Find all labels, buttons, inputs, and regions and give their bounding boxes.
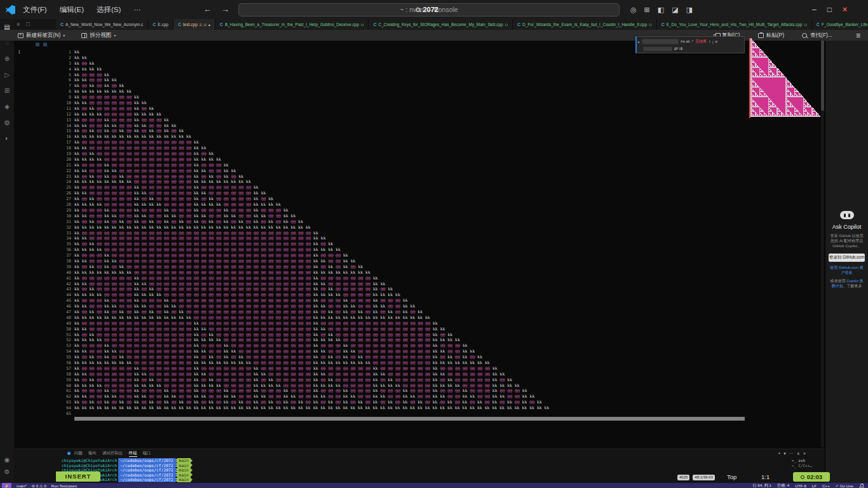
- remote-indicator[interactable]: ⚡: [2, 483, 11, 488]
- buffer-line: 61kk @@ @@ @@ kk @@ @@ @@ kk @@ @@ @@ kk…: [56, 388, 821, 394]
- menu-item-0[interactable]: 文件(F): [23, 5, 47, 15]
- terminal-list-item-0[interactable]: >_zsh: [792, 458, 812, 463]
- menu-item-2[interactable]: 选择(S): [97, 5, 121, 15]
- toggle-replace-icon[interactable]: ▸: [638, 39, 640, 44]
- new-tab-icon: [18, 33, 24, 38]
- more-actions-icon[interactable]: ···: [789, 451, 794, 456]
- find-toggle-Aa[interactable]: Aa: [681, 39, 685, 43]
- nvim-buffer[interactable]: 1kk2kk kk3kk @@ kk4kk kk kk kk5kk @@ @@ …: [56, 50, 821, 418]
- editor-tab-5[interactable]: CD_For_Wizards_the_Exam_Is_Easy_but_I_Co…: [513, 19, 657, 30]
- layout-panel-icon[interactable]: ◪: [672, 6, 678, 14]
- minimap[interactable]: [750, 38, 822, 118]
- editor-file-icon[interactable]: □: [26, 21, 29, 27]
- chevron-down-icon: ▾: [114, 33, 116, 37]
- panel-tab-3[interactable]: 终端: [129, 451, 137, 457]
- close-find-icon[interactable]: ×: [715, 39, 717, 44]
- find-widget: ▸ Aa ab .* 无结果 ↑ ↓ × ⇄ ⇉: [635, 36, 745, 53]
- remote-explorer-icon[interactable]: ◍: [4, 119, 10, 126]
- search-icon[interactable]: ◌: [5, 40, 9, 46]
- terminal-dropdown-icon[interactable]: ▾: [783, 451, 786, 456]
- apps-grid-icon[interactable]: ⊞: [644, 6, 650, 14]
- terminal-list-item-1[interactable]: >_C/C++…: [792, 463, 812, 469]
- replace-icon[interactable]: ⇄: [674, 46, 678, 51]
- buffer-line: 4kk kk kk kk: [56, 67, 821, 72]
- statusbar-left-2[interactable]: Run Testcases: [51, 484, 77, 488]
- notifications-bell-icon[interactable]: [859, 484, 864, 488]
- github-signin-button[interactable]: 登录到 GitHub.com: [829, 254, 865, 262]
- panel-tab-1[interactable]: 输出: [88, 451, 97, 457]
- find-toggle-ab[interactable]: ab: [686, 39, 689, 43]
- maximize-panel-icon[interactable]: ∧: [797, 451, 800, 456]
- editor-tab-3[interactable]: CB_Having_Been_a_Treasurer_in_the_Past_I…: [215, 19, 369, 30]
- minimize-button[interactable]: –: [812, 5, 817, 14]
- copilot-chat-icon[interactable]: ◐: [5, 135, 9, 142]
- terminal-output[interactable]: chiyoyuki@ChiyoYukiArch~/codebox/oops/cf…: [62, 458, 193, 482]
- forward-icon[interactable]: →: [221, 4, 229, 14]
- statusbar-right-0[interactable]: 行 64, 列 1: [752, 483, 771, 488]
- replace-all-icon[interactable]: ⇉: [679, 46, 683, 51]
- split-view-button[interactable]: 拆分视图 ▾: [81, 32, 116, 39]
- chevron-down-icon: ▾: [63, 33, 65, 37]
- editor-tab-1[interactable]: CE.cpp: [148, 19, 173, 30]
- find-input[interactable]: [642, 39, 679, 44]
- menu-item-3[interactable]: ···: [133, 6, 141, 13]
- statusbar-right-2[interactable]: UTF-8: [795, 484, 806, 488]
- statusbar-right-3[interactable]: LF: [812, 484, 817, 488]
- hamburger-menu-icon[interactable]: ≡: [856, 31, 860, 40]
- buffer-line: 2kk kk: [56, 55, 821, 61]
- next-match-icon[interactable]: ↓: [712, 39, 714, 44]
- buffer-line: 12kk kk kk kk @@ @@ @@ @@ kk kk kk kk: [56, 112, 821, 118]
- editor-list-icon[interactable]: ≡: [17, 21, 20, 27]
- editor-tab-4[interactable]: CC_Creating_Keys_for_StORages_Has_Become…: [369, 19, 513, 30]
- source-control-icon[interactable]: ⊕: [4, 56, 10, 62]
- editor-tab-0[interactable]: CA_New_World_Now_We_New_Acronym.c: [56, 19, 148, 30]
- search-icon: [416, 8, 420, 12]
- statusbar-right-1[interactable]: 空格: 4: [777, 483, 789, 488]
- buffer-line: 58kk kk @@ @@ @@ @@ @@ @@ kk kk @@ @@ @@…: [56, 372, 821, 377]
- layout-secondary-sidebar-icon[interactable]: ◨: [686, 6, 693, 14]
- extensions-icon[interactable]: ⊞: [4, 88, 10, 94]
- panel-tab-4[interactable]: 端口: [143, 451, 151, 457]
- settings-gear-icon[interactable]: ⚙: [4, 469, 10, 475]
- tab-label: E_Do_You_Love_Your_Hero_and_His_Two_Hit_…: [667, 22, 803, 27]
- cpp-file-icon: C: [661, 22, 665, 27]
- statusbar-left-1[interactable]: ⊘ 0 ⚠ 0: [32, 484, 46, 488]
- menu-item-1[interactable]: 编辑(E): [60, 5, 84, 15]
- statusbar-right-5[interactable]: ✓ Go Live: [836, 484, 853, 488]
- maximize-button[interactable]: □: [827, 5, 832, 14]
- vscode-logo-icon[interactable]: [6, 5, 15, 15]
- github-alt-signin-link[interactable]: 使用 GitHub.com 账户登录: [829, 265, 865, 275]
- back-icon[interactable]: ←: [203, 4, 212, 14]
- replace-input[interactable]: [643, 46, 672, 51]
- run-debug-icon[interactable]: ▷: [4, 72, 10, 78]
- tab-git-badge: U: [649, 23, 651, 27]
- layout-sidebar-icon[interactable]: ◧: [658, 6, 664, 14]
- buffer-line: 32kk kk kk kk kk kk kk kk kk kk kk kk kk…: [56, 225, 821, 231]
- statusbar-left-0[interactable]: main*: [17, 484, 27, 488]
- command-center[interactable]: ~ : nvim — Konsole 2072: [238, 3, 620, 17]
- tab-label: D_For_Wizards_the_Exam_Is_Easy_but_I_Cou…: [522, 22, 647, 27]
- editor-tab-7[interactable]: CF_Goodbye_Banker_Life.cppU: [812, 19, 868, 30]
- prompt-git-branch: main: [177, 468, 191, 473]
- statusbar-right-4[interactable]: C++: [822, 484, 830, 488]
- new-tab-button[interactable]: 新建标签页(N) ▾: [18, 32, 65, 39]
- account-icon[interactable]: ◉: [4, 457, 10, 463]
- editor-separator-bar: [74, 417, 745, 421]
- editor-tab-6[interactable]: CE_Do_You_Love_Your_Hero_and_His_Two_Hit…: [657, 19, 812, 30]
- close-button[interactable]: ×: [843, 5, 847, 14]
- profile-icon[interactable]: ◎: [630, 6, 637, 14]
- previous-match-icon[interactable]: ↑: [709, 39, 711, 44]
- terminal-prompt-row: chiyoyuki@ChiyoYukiArch~/codebox/oops/cf…: [62, 463, 193, 468]
- powerline-arrow-icon: [191, 459, 193, 463]
- panel-tab-0[interactable]: 问题: [74, 451, 83, 457]
- new-terminal-icon[interactable]: +: [778, 451, 780, 456]
- editor-tab-2[interactable]: Ctest.cpp2, U●: [173, 19, 215, 30]
- command-center-search[interactable]: 2072: [416, 6, 438, 13]
- panel-tab-2[interactable]: 调试控制台: [102, 451, 123, 457]
- close-panel-icon[interactable]: ×: [803, 451, 806, 456]
- prompt-path: ~/codebox/oops/cf/2072: [118, 473, 175, 478]
- buffer-line: 38kk kk @@ @@ kk kk @@ @@ @@ @@ @@ @@ @@…: [56, 259, 821, 264]
- buffer-line: 56kk kk kk kk kk kk kk kk @@ @@ @@ @@ @@…: [56, 360, 821, 366]
- testing-icon[interactable]: ◈: [4, 104, 10, 110]
- find-toggle-.*[interactable]: .*: [691, 39, 693, 43]
